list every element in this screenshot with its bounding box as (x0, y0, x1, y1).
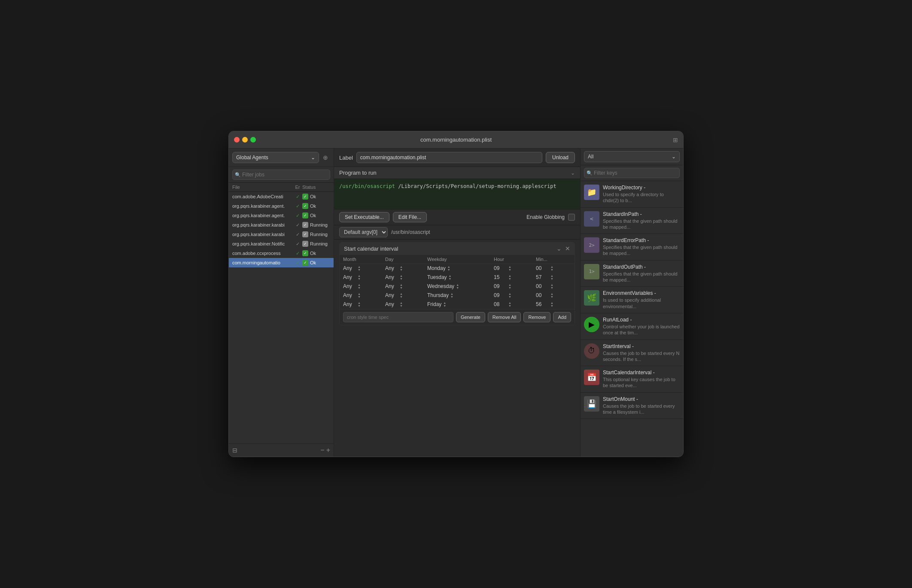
stepper-down-day[interactable]: ▼ (400, 295, 403, 298)
stepper-down-month[interactable]: ▼ (358, 304, 361, 307)
stepper-up-hour[interactable]: ▲ (508, 301, 511, 304)
stepper-down-weekday[interactable]: ▼ (449, 277, 452, 280)
stepper-up-day[interactable]: ▲ (400, 301, 403, 304)
stepper-up-hour[interactable]: ▲ (508, 265, 511, 268)
key-item[interactable]: ▶ RunAtLoad - Control whether your job i… (581, 313, 683, 340)
key-item[interactable]: 💾 StartOnMount - Causes the job to be st… (581, 393, 683, 419)
calendar-row[interactable]: Any ▲ ▼ Any ▲ ▼ Tuesday ▲ ▼ (340, 273, 575, 282)
right-filter-input[interactable] (584, 168, 680, 178)
calendar-row[interactable]: Any ▲ ▼ Any ▲ ▼ Wednesday ▲ ▼ (340, 282, 575, 291)
stepper-up-month[interactable]: ▲ (358, 274, 361, 277)
stepper-up-min[interactable]: ▲ (550, 265, 553, 268)
minimize-button[interactable] (242, 137, 248, 142)
file-item[interactable]: org.pqrs.karabiner.karabi ✓ ✓ Running (229, 230, 334, 239)
stepper-down-weekday[interactable]: ▼ (447, 268, 450, 271)
file-item[interactable]: org.pqrs.karabiner.agent. ✓ ✓ Ok (229, 201, 334, 211)
stepper-up-weekday[interactable]: ▲ (456, 283, 459, 286)
stepper-down-hour[interactable]: ▼ (508, 286, 511, 289)
file-item[interactable]: com.adobe.ccxprocess ✓ ✓ Ok (229, 249, 334, 258)
key-item[interactable]: 🌿 EnvironmentVariables - Is used to spec… (581, 287, 683, 313)
file-item[interactable]: com.adobe.AdobeCreati ✓ ✓ Ok (229, 192, 334, 201)
program-toggle-icon[interactable]: ⌄ (571, 170, 575, 176)
stepper-up-day[interactable]: ▲ (400, 265, 403, 268)
file-item[interactable]: org.pqrs.karabiner.agent. ✓ ✓ Ok (229, 211, 334, 220)
stepper-down-month[interactable]: ▼ (358, 277, 361, 280)
stepper-up-month[interactable]: ▲ (358, 265, 361, 268)
stepper-down-hour[interactable]: ▼ (508, 268, 511, 271)
filter-button[interactable]: ⊟ (232, 447, 237, 454)
stepper-down-hour[interactable]: ▼ (508, 277, 511, 280)
stepper-up-weekday[interactable]: ▲ (443, 301, 446, 304)
stepper-down-min[interactable]: ▼ (550, 286, 553, 289)
add-button-cal[interactable]: Add (553, 312, 571, 322)
stepper-up-month[interactable]: ▲ (358, 283, 361, 286)
stepper-down-month[interactable]: ▼ (358, 295, 361, 298)
stepper-up-weekday[interactable]: ▲ (450, 292, 453, 295)
stepper-down-hour[interactable]: ▼ (508, 295, 511, 298)
stepper-up-hour[interactable]: ▲ (508, 283, 511, 286)
cron-input[interactable] (343, 312, 453, 322)
stepper-down-weekday[interactable]: ▼ (450, 295, 453, 298)
calendar-row[interactable]: Any ▲ ▼ Any ▲ ▼ Friday ▲ ▼ (340, 300, 575, 309)
key-text: StandardErrorPath - Specifies that the g… (603, 237, 680, 257)
file-item[interactable]: org.pqrs.karabiner.karabi ✓ ✓ Running (229, 220, 334, 230)
stepper-down-hour[interactable]: ▼ (508, 304, 511, 307)
edit-file-button[interactable]: Edit File... (393, 212, 427, 222)
all-dropdown[interactable]: All ⌄ (584, 151, 680, 162)
agents-dropdown[interactable]: Global Agents ⌄ (232, 152, 319, 163)
remove-all-button[interactable]: Remove All (488, 312, 521, 322)
stepper-up-hour[interactable]: ▲ (508, 274, 511, 277)
stepper-down-day[interactable]: ▼ (400, 277, 403, 280)
stepper-down-day[interactable]: ▼ (400, 304, 403, 307)
window-title: com.morningautomation.plist (420, 136, 492, 143)
stepper-down-month[interactable]: ▼ (358, 286, 361, 289)
refresh-button[interactable]: ⊕ (321, 153, 330, 162)
add-button[interactable]: + (326, 446, 330, 454)
key-item[interactable]: 1> StandardOutPath - Specifies that the … (581, 261, 683, 287)
stepper-up-min[interactable]: ▲ (550, 301, 553, 304)
stepper-down-min[interactable]: ▼ (550, 304, 553, 307)
calendar-row[interactable]: Any ▲ ▼ Any ▲ ▼ Monday ▲ ▼ (340, 264, 575, 273)
stepper-down-weekday[interactable]: ▼ (443, 304, 446, 307)
argv-select[interactable]: Default argv[0] (339, 227, 388, 237)
stepper-up-min[interactable]: ▲ (550, 292, 553, 295)
stepper-up-min[interactable]: ▲ (550, 274, 553, 277)
key-item[interactable]: ⏱ StartInterval - Causes the job to be s… (581, 340, 683, 367)
fullscreen-button[interactable] (250, 137, 256, 142)
stepper-down-day[interactable]: ▼ (400, 268, 403, 271)
stepper-up-weekday[interactable]: ▲ (447, 265, 450, 268)
calendar-row[interactable]: Any ▲ ▼ Any ▲ ▼ Thursday ▲ ▼ (340, 291, 575, 300)
calendar-collapse-icon[interactable]: ⌄ (556, 245, 562, 252)
remove-button[interactable]: − (320, 446, 324, 454)
set-executable-button[interactable]: Set Executable... (339, 212, 389, 222)
stepper-up-month[interactable]: ▲ (358, 301, 361, 304)
stepper-down-min[interactable]: ▼ (550, 268, 553, 271)
close-button[interactable] (234, 137, 240, 142)
stepper-down-weekday[interactable]: ▼ (456, 286, 459, 289)
stepper-up-hour[interactable]: ▲ (508, 292, 511, 295)
stepper-up-day[interactable]: ▲ (400, 283, 403, 286)
filter-input[interactable] (232, 170, 330, 180)
file-item[interactable]: org.pqrs.karabiner.Notific ✓ ✓ Running (229, 239, 334, 249)
enable-globbing-checkbox[interactable] (568, 214, 575, 221)
label-key: Label (339, 155, 353, 161)
stepper-up-day[interactable]: ▲ (400, 292, 403, 295)
stepper-up-min[interactable]: ▲ (550, 283, 553, 286)
calendar-close-icon[interactable]: ✕ (565, 245, 570, 252)
stepper-up-weekday[interactable]: ▲ (449, 274, 452, 277)
key-item[interactable]: < StandardInPath - Specifies that the gi… (581, 208, 683, 234)
remove-button-cal[interactable]: Remove (523, 312, 550, 322)
label-input[interactable] (356, 152, 542, 163)
stepper-up-day[interactable]: ▲ (400, 274, 403, 277)
key-item[interactable]: 2> StandardErrorPath - Specifies that th… (581, 234, 683, 261)
stepper-down-day[interactable]: ▼ (400, 286, 403, 289)
stepper-up-month[interactable]: ▲ (358, 292, 361, 295)
stepper-down-month[interactable]: ▼ (358, 268, 361, 271)
key-item[interactable]: 📁 WorkingDirectory - Used to specify a d… (581, 181, 683, 208)
file-item[interactable]: com.morningautomatio ✓ ✓ Ok (229, 258, 334, 267)
key-item[interactable]: 📅 StartCalendarInterval - This optional … (581, 366, 683, 393)
generate-button[interactable]: Generate (456, 312, 485, 322)
stepper-down-min[interactable]: ▼ (550, 295, 553, 298)
stepper-down-min[interactable]: ▼ (550, 277, 553, 280)
unload-button[interactable]: Unload (546, 152, 575, 163)
